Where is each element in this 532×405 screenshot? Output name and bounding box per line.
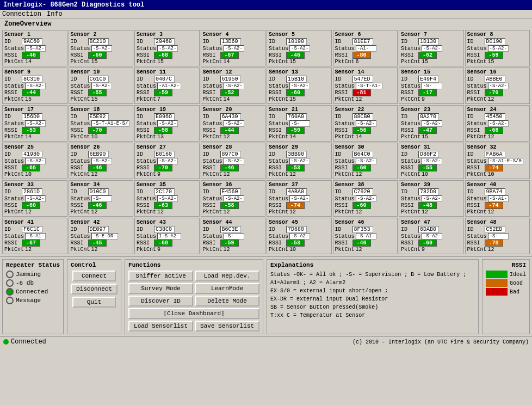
sensor-rssi-bar-35: -63 xyxy=(154,202,172,209)
quit-button[interactable]: Quit xyxy=(72,297,116,308)
sensor-rssi-bar-47: -60 xyxy=(418,240,437,247)
disconnect-button[interactable]: Disconnect xyxy=(71,284,117,294)
load-rep-dev-button[interactable]: Load Rep.dev. xyxy=(195,271,259,281)
sensor-title-40: Sensor 40 xyxy=(467,182,528,188)
sniffer-active-button[interactable]: Sniffer active xyxy=(128,271,193,281)
learn-mode-button[interactable]: LearnMode xyxy=(195,283,259,294)
sensor-box-13: Sensor 13 ID 15B10 Status -S-A2- RSSI -6… xyxy=(267,68,332,104)
menu-info[interactable]: Info xyxy=(47,10,63,18)
sensor-title-47: Sensor 47 xyxy=(401,219,462,225)
sensor-pktcnt-label-22: PktCnt xyxy=(335,134,355,140)
sensor-rssi-bar-23: -47 xyxy=(418,127,437,134)
sensor-id-value-22: 88CB0 xyxy=(352,113,373,120)
sensor-pktcnt-value-34: 12 xyxy=(91,209,98,215)
sensor-title-24: Sensor 24 xyxy=(467,107,528,113)
sensor-box-32: Sensor 32 ID FAB6A Status -S-A1-E-S/0 RS… xyxy=(465,143,530,179)
rssi-ideal-box xyxy=(486,271,508,278)
connect-button[interactable]: Connect xyxy=(72,271,116,281)
sensor-rssi-label-21: RSSI xyxy=(269,127,285,133)
sensor-id-label-37: ID xyxy=(269,189,285,195)
sensor-pktcnt-label-24: PktCnt xyxy=(467,134,487,140)
sensor-rssi-label-9: RSSI xyxy=(4,90,21,96)
sensor-pktcnt-value-5: 15 xyxy=(289,59,296,65)
window-title: Interlogix- 868Gen2 Diagnostics tool xyxy=(3,1,144,9)
discover-id-button[interactable]: Discover ID xyxy=(128,296,193,306)
sensor-status-value-13: -S-A2- xyxy=(289,83,310,89)
save-sensorlist-button[interactable]: Save Sensorlist xyxy=(195,321,259,332)
sensor-pktcnt-value-44: 12 xyxy=(224,247,230,253)
sensor-status-value-44: -S- xyxy=(224,233,244,240)
sensor-status-value-27: -S-A2- xyxy=(157,158,178,164)
sensor-rssi-label-45: RSSI xyxy=(269,240,285,246)
explanation-line5: SB = Sensor Button pressed(Smoke) xyxy=(270,303,475,311)
sensor-id-label-29: ID xyxy=(269,151,285,157)
connected-label: Connected xyxy=(16,289,48,295)
sensor-pktcnt-value-16: 12 xyxy=(488,96,494,102)
sensor-status-label-29: Status xyxy=(269,158,288,164)
close-dashboard-button[interactable]: [Close Dashboard] xyxy=(128,308,259,319)
sensor-pktcnt-value-39: 12 xyxy=(422,209,428,215)
sensor-status-label-47: Status xyxy=(401,234,420,240)
sensor-status-value-35: -S-A2- xyxy=(157,195,178,202)
sensor-title-15: Sensor 15 xyxy=(401,69,462,75)
sensor-rssi-label-34: RSSI xyxy=(71,202,87,208)
sensor-rssi-label-5: RSSI xyxy=(269,52,285,58)
sensor-pktcnt-label-40: PktCnt xyxy=(467,209,487,215)
sensor-box-37: Sensor 37 ID 4ABA0 Status -S-A2- RSSI -7… xyxy=(267,180,332,217)
sensor-rssi-bar-44: -59 xyxy=(220,240,239,247)
survey-mode-button[interactable]: Survey Mode xyxy=(128,283,193,294)
sensor-pktcnt-value-30: 12 xyxy=(356,171,362,177)
sensor-id-value-48: C52ED xyxy=(485,226,505,233)
sensor-title-45: Sensor 45 xyxy=(269,219,330,225)
title-bar: Interlogix- 868Gen2 Diagnostics tool xyxy=(0,0,532,10)
sensor-pktcnt-value-27: 9 xyxy=(157,171,160,177)
sensor-pktcnt-label-7: PktCnt xyxy=(401,59,420,65)
sensor-id-label-36: ID xyxy=(203,189,219,195)
load-sensorlist-button[interactable]: Load Sensorlist xyxy=(128,321,193,332)
sensor-rssi-label-30: RSSI xyxy=(335,165,351,171)
sensor-status-label-15: Status xyxy=(401,83,420,89)
sensor-rssi-bar-41: -67 xyxy=(22,240,40,247)
sensor-status-label-46: Status xyxy=(335,234,355,240)
sensor-pktcnt-label-1: PktCnt xyxy=(4,59,24,65)
sensor-rssi-label-1: RSSI xyxy=(4,52,21,58)
sensor-box-10: Sensor 10 ID C61C0 Status -S-A2- RSSI -5… xyxy=(69,68,134,104)
sensor-pktcnt-label-16: PktCnt xyxy=(467,96,487,102)
sensor-pktcnt-label-2: PktCnt xyxy=(71,59,90,65)
sensor-id-label-10: ID xyxy=(71,76,87,82)
sensor-id-label-4: ID xyxy=(203,39,219,45)
sensor-pktcnt-label-32: PktCnt xyxy=(467,171,487,177)
sensor-status-label-34: Status xyxy=(71,196,90,202)
sensor-pktcnt-label-4: PktCnt xyxy=(203,59,222,65)
sensor-box-8: Sensor 8 ID D0190 Status -S-A2- RSSI -59… xyxy=(465,30,530,66)
sensor-box-16: Sensor 16 ID ABBE0 Status -S-A2- RSSI -7… xyxy=(465,68,530,104)
sensor-rssi-label-44: RSSI xyxy=(203,240,219,246)
sensor-rssi-bar-17: -53 xyxy=(22,127,40,134)
sensor-id-value-14: 547ED xyxy=(352,76,373,83)
sensor-box-12: Sensor 12 ID 61950 Status -S-A2- RSSI -5… xyxy=(201,68,266,104)
sensor-title-25: Sensor 25 xyxy=(4,144,65,150)
menu-connection[interactable]: Connection xyxy=(2,10,41,18)
delete-mode-button[interactable]: Delete Mode xyxy=(195,296,259,306)
sensor-box-47: Sensor 47 ID 6DAB0 Status -S-A2- RSSI -6… xyxy=(399,218,464,254)
sensor-box-19: Sensor 19 ID E096O Status -S-A2- RSSI -5… xyxy=(134,105,200,142)
sensor-title-21: Sensor 21 xyxy=(269,107,330,113)
sensor-id-label-9: ID xyxy=(4,76,21,82)
connected-radio xyxy=(6,288,14,296)
sensor-rssi-bar-14: -81 xyxy=(352,89,371,96)
sensor-id-label-13: ID xyxy=(269,76,285,82)
sensor-rssi-label-39: RSSI xyxy=(401,202,417,208)
rssi-bad-box xyxy=(486,288,508,296)
explanations-title: Explanations xyxy=(270,262,475,268)
sensor-pktcnt-value-40: 12 xyxy=(488,209,494,215)
sensor-box-34: Sensor 34 ID 010C0 Status -S- RSSI -46 P… xyxy=(69,180,134,217)
sensor-rssi-label-13: RSSI xyxy=(269,90,285,96)
sensor-pktcnt-value-21: 14 xyxy=(289,134,296,140)
sensor-box-42: Sensor 42 ID DE097 Status -S-E-DR- RSSI … xyxy=(69,218,134,254)
sensor-status-label-14: Status xyxy=(335,83,355,89)
rssi-legend-panel: RSSI Ideal Good Bad xyxy=(482,259,530,334)
sensor-pktcnt-label-37: PktCnt xyxy=(269,209,288,215)
sensor-title-9: Sensor 9 xyxy=(4,69,65,75)
repeater-status-title: Repeater Status xyxy=(6,262,60,268)
sensor-rssi-label-40: RSSI xyxy=(467,202,484,208)
